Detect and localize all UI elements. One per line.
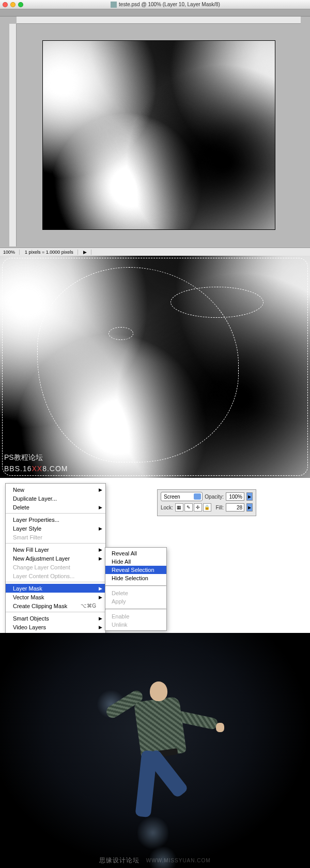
menu-new-fill-layer[interactable]: New Fill Layer▶ <box>6 545 105 554</box>
lock-pixels-icon[interactable]: ✎ <box>184 503 193 512</box>
menu-video-layers[interactable]: Video Layers▶ <box>6 623 105 631</box>
opacity-label: Opacity: <box>205 494 224 500</box>
menu-layer-content-options: Layer Content Options... <box>6 571 105 580</box>
fill-label: Fill: <box>215 505 224 510</box>
menu-create-clipping-mask[interactable]: Create Clipping Mask⌥⌘G <box>6 601 105 610</box>
menu-vector-mask[interactable]: Vector Mask▶ <box>6 593 105 601</box>
submenu-reveal-selection[interactable]: Reveal Selection <box>105 566 166 574</box>
chevron-right-icon: ▶ <box>99 505 102 510</box>
chevron-right-icon: ▶ <box>99 625 102 630</box>
chevron-right-icon: ▶ <box>99 556 102 561</box>
canvas[interactable] <box>42 40 275 229</box>
submenu-delete: Delete <box>105 589 166 597</box>
canvas-selection-view[interactable]: PS教程论坛 BBS.16XX8.COM <box>0 256 310 478</box>
menu-delete[interactable]: Delete▶ <box>6 503 105 512</box>
blend-mode-select[interactable]: Screen <box>161 492 203 501</box>
menu-layer-style[interactable]: Layer Style▶ <box>6 524 105 533</box>
menu-layer-mask[interactable]: Layer Mask▶ <box>6 584 105 593</box>
result-image: 思缘设计论坛 WWW.MISSYUAN.COM <box>0 633 310 868</box>
ruler-horizontal[interactable] <box>17 17 301 24</box>
watermark-url: BBS.16XX8.COM <box>4 464 68 473</box>
file-icon <box>111 2 117 8</box>
menu-panel: New▶ Duplicate Layer... Delete▶ Layer Pr… <box>0 478 310 633</box>
submenu-reveal-all[interactable]: Reveal All <box>105 549 166 557</box>
person-figure <box>88 674 222 829</box>
photoshop-window: teste.psd @ 100% (Layer 10, Layer Mask/8… <box>0 0 310 256</box>
canvas-area[interactable] <box>17 24 301 246</box>
lock-position-icon[interactable]: ✢ <box>194 503 202 512</box>
lock-label: Lock: <box>161 505 173 510</box>
lock-all-icon[interactable]: 🔒 <box>203 503 211 512</box>
zoom-level[interactable]: 100% <box>3 250 20 255</box>
layer-mask-submenu: Reveal All Hide All Reveal Selection Hid… <box>105 547 167 631</box>
layer-options-panel: Screen Opacity: 100% ▶ Lock: ▦ ✎ ✢ 🔒 Fil… <box>157 489 256 516</box>
tab-well <box>0 9 310 17</box>
fill-slider-icon[interactable]: ▶ <box>246 503 253 512</box>
titlebar: teste.psd @ 100% (Layer 10, Layer Mask/8… <box>0 0 310 9</box>
chevron-right-icon: ▶ <box>99 487 102 492</box>
menu-duplicate-layer[interactable]: Duplicate Layer... <box>6 494 105 503</box>
submenu-unlink: Unlink <box>105 621 166 629</box>
close-icon[interactable] <box>3 2 8 7</box>
opacity-input[interactable]: 100% <box>226 492 244 501</box>
fill-input[interactable]: 28 <box>226 503 244 512</box>
chevron-right-icon: ▶ <box>99 547 102 552</box>
menu-smart-objects[interactable]: Smart Objects▶ <box>6 614 105 623</box>
maximize-icon[interactable] <box>18 2 23 7</box>
scale-info: 1 pixels = 1.0000 pixels <box>25 250 78 255</box>
watermark: 思缘设计论坛 WWW.MISSYUAN.COM <box>0 856 310 865</box>
document-title: teste.psd @ 100% (Layer 10, Layer Mask/8… <box>23 2 307 8</box>
status-bar: 100% 1 pixels = 1.0000 pixels ▶ <box>0 247 310 256</box>
chevron-right-icon: ▶ <box>99 586 102 591</box>
opacity-slider-icon[interactable]: ▶ <box>246 492 253 501</box>
minimize-icon[interactable] <box>10 2 16 7</box>
selection-marquee[interactable] <box>109 327 133 340</box>
menu-change-layer-content: Change Layer Content <box>6 563 105 571</box>
submenu-apply: Apply <box>105 597 166 606</box>
clouds-render <box>43 41 275 229</box>
submenu-hide-selection[interactable]: Hide Selection <box>105 574 166 582</box>
lock-transparency-icon[interactable]: ▦ <box>175 503 183 512</box>
menu-new-adjustment-layer[interactable]: New Adjustment Layer▶ <box>6 554 105 563</box>
submenu-hide-all[interactable]: Hide All <box>105 557 166 566</box>
selection-marquee[interactable] <box>171 287 264 318</box>
chevron-right-icon: ▶ <box>99 595 102 600</box>
chevron-right-icon: ▶ <box>99 526 102 531</box>
submenu-enable: Enable <box>105 612 166 621</box>
status-arrow-icon[interactable]: ▶ <box>83 250 91 255</box>
chevron-right-icon: ▶ <box>99 616 102 621</box>
watermark-text: PS教程论坛 <box>4 453 43 462</box>
menu-new[interactable]: New▶ <box>6 485 105 494</box>
ruler-vertical[interactable] <box>9 24 17 246</box>
menu-smart-filter: Smart Filter <box>6 533 105 541</box>
menu-layer-properties[interactable]: Layer Properties... <box>6 515 105 524</box>
